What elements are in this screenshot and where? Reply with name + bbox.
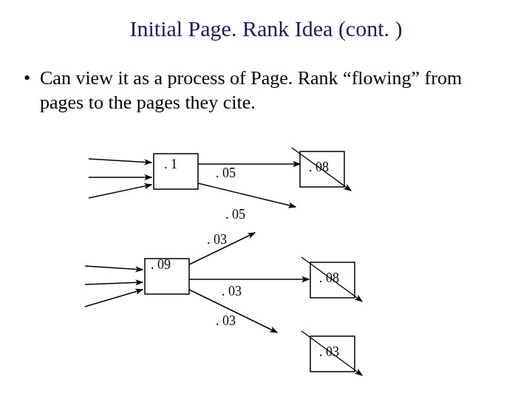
edge-label-e2: . 05	[225, 207, 245, 222]
arrow-n1-out	[198, 183, 296, 207]
arrow-in-n3-3	[85, 290, 143, 307]
arrow-in-n1-1	[89, 159, 151, 163]
arrow-in-n1-3	[89, 185, 151, 198]
edge-label-e1: . 05	[216, 166, 236, 180]
node-n1-label: . 1	[164, 157, 177, 171]
edge-label-e3: . 03	[207, 232, 227, 247]
arrow-in-n3-2	[85, 282, 143, 284]
edge-label-e5: . 03	[216, 313, 236, 328]
arrow-in-n3-1	[85, 266, 143, 270]
arrow-through-n2	[292, 148, 351, 191]
node-n3-label: . 09	[151, 257, 171, 272]
pagerank-diagram: . 1 . 05 . 08 . 05 . 09 . 03 . 03 . 03 .…	[0, 0, 532, 399]
edge-label-e4: . 03	[222, 284, 242, 299]
